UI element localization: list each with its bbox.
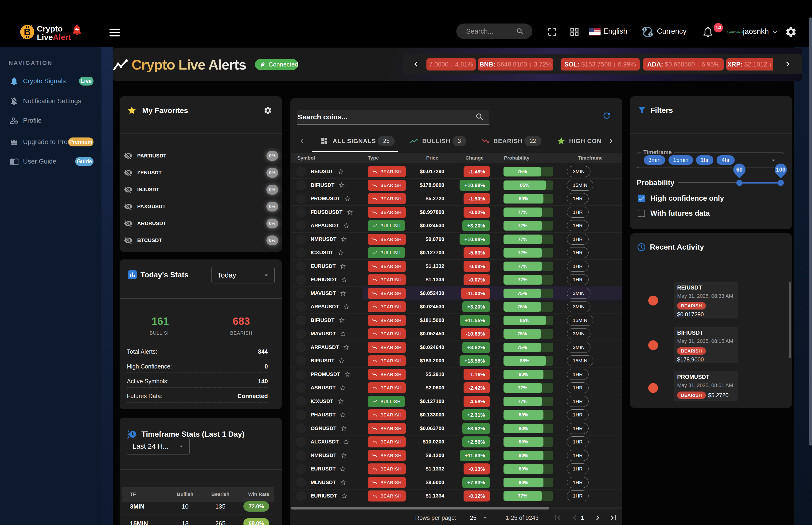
svg-text:€: € (650, 33, 652, 36)
svg-text:$: $ (644, 28, 645, 31)
